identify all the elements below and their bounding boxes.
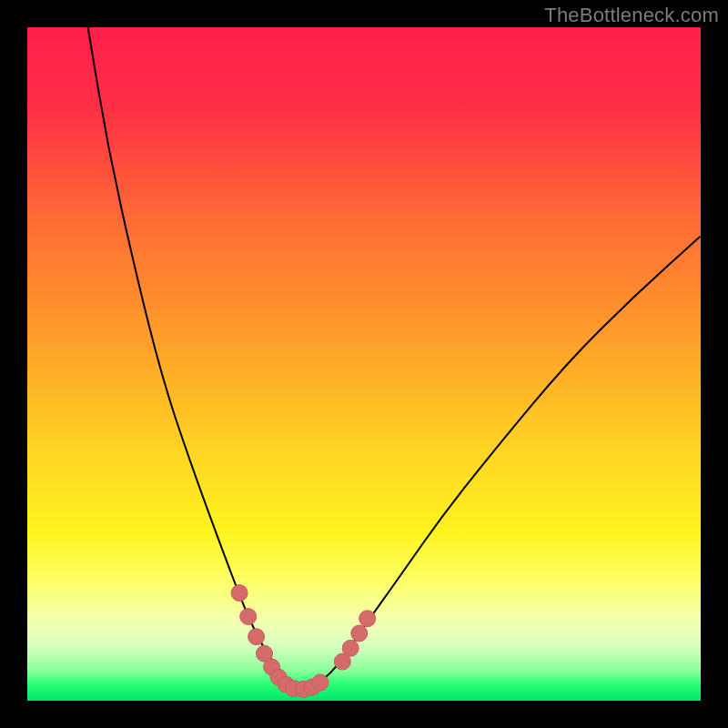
highlight-dot: [240, 609, 257, 625]
chart-svg: [27, 27, 701, 701]
highlight-dot: [342, 640, 359, 656]
highlight-dot: [248, 629, 265, 645]
highlight-dot: [351, 625, 368, 642]
chart-frame: TheBottleneck.com: [0, 0, 728, 728]
gradient-background: [27, 27, 701, 701]
watermark-text: TheBottleneck.com: [544, 4, 719, 27]
plot-area: [27, 27, 701, 701]
highlight-dot: [231, 585, 248, 602]
highlight-dot: [359, 611, 376, 627]
highlight-dot: [312, 674, 329, 691]
